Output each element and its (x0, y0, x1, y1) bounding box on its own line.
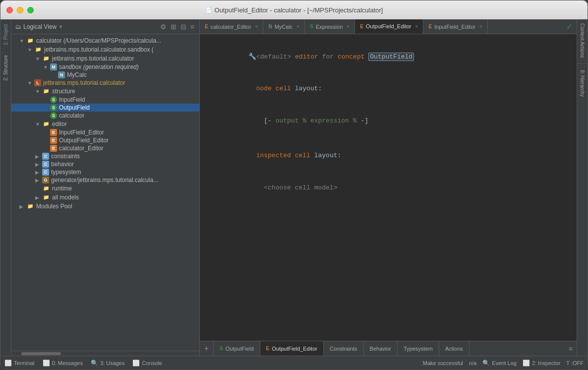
tab-close-btn[interactable]: × (296, 24, 299, 29)
editor-line-1: 🔧<default> editor for concept OutputFiel… (210, 42, 567, 71)
e-icon: E (360, 24, 363, 29)
status-inspector[interactable]: ⬜ 2: Inspector (523, 360, 560, 367)
editor-content[interactable]: 🔧<default> editor for concept OutputFiel… (200, 34, 577, 341)
title-bar: 📄 OutputField_Editor - calculator - [~/M… (0, 0, 588, 19)
tab-mycalc[interactable]: N MyCalc × (263, 19, 305, 34)
tab-expression[interactable]: S Expression × (305, 19, 355, 34)
usages-icon: 🔍 (91, 360, 98, 367)
sidebar-item-project[interactable]: 1: Project (1, 19, 10, 50)
tree-item-inputfield[interactable]: S InputField (11, 96, 199, 104)
bottom-tab-constraints[interactable]: Constraints (324, 341, 364, 356)
tree-item-jmtc-inner[interactable]: ▼ 📁 jetbrains.mps.tutorial.calculator (11, 54, 199, 63)
tree-item-modules-pool[interactable]: ▶ 📁 Modules Pool (11, 202, 199, 211)
tree-item-sandbox[interactable]: ▼ M sandbox (generation required) (11, 63, 199, 71)
e-icon: E (50, 129, 57, 136)
close-button[interactable] (6, 7, 13, 13)
bottom-tab-outputfield[interactable]: S OutputField (214, 341, 260, 356)
folder-icon: 📁 (42, 185, 50, 192)
panel-header: 🗂 Logical View ▼ ⚙ ⊞ ⊟ ≡ (11, 19, 199, 34)
c-icon: C (42, 153, 49, 160)
scrollbar-thumb[interactable] (21, 352, 61, 355)
status-usages[interactable]: 🔍 3: Usages (91, 360, 125, 367)
bottom-tab-behavior[interactable]: Behavior (364, 341, 398, 356)
editor-line-5: <choose cell model> (210, 173, 567, 202)
s-icon: S (50, 96, 57, 103)
tab-close-btn[interactable]: × (479, 24, 482, 29)
tab-inputfield-editor[interactable]: E InputField_Editor × (423, 19, 488, 34)
event-log-icon: 🔍 (482, 360, 490, 367)
tree-item-behavior[interactable]: ▶ C behavior (11, 160, 199, 168)
expand-btn[interactable]: ⊞ (170, 23, 177, 31)
collapse-btn[interactable]: ⊟ (179, 23, 187, 31)
position-status: n/a (469, 360, 476, 366)
status-terminal[interactable]: ⬜ Terminal (4, 360, 35, 367)
e-icon: E (205, 24, 208, 29)
tree-item-calculator-root[interactable]: ▼ 📁 calculator (/Users/Oscar/MPSProjects… (11, 36, 199, 45)
c-icon: C (42, 169, 49, 176)
m-icon: M (50, 63, 57, 70)
tree-item-all-models[interactable]: ▶ 📁 all models (11, 193, 199, 202)
tab-calculator-editor[interactable]: E calculator_Editor × (200, 19, 263, 34)
tree-item-mycalc[interactable]: N MyCalc (11, 71, 199, 79)
s-icon: S (50, 112, 57, 119)
tab-close-btn[interactable]: × (255, 24, 258, 29)
editor-line-3: [- output % expression % -] (210, 106, 567, 135)
traffic-lights (6, 7, 34, 13)
project-tree[interactable]: ▼ 📁 calculator (/Users/Oscar/MPSProjects… (11, 34, 199, 351)
tree-item-sandbox-module[interactable]: ▼ 📁 jetbrains.mps.tutorial.calculator.sa… (11, 45, 199, 54)
sidebar-item-context-actions[interactable]: Context Actions (578, 19, 587, 62)
s-icon: S (310, 24, 313, 29)
bottom-tab-actions[interactable]: Actions (439, 341, 470, 356)
folder-icon: 📁 (34, 46, 42, 54)
maximize-button[interactable] (27, 7, 34, 13)
tree-item-constraints[interactable]: ▶ C constraints (11, 152, 199, 160)
tab-close-btn[interactable]: × (347, 24, 350, 29)
tree-item-calculator[interactable]: S calculator (11, 112, 199, 120)
bottom-tab-typesystem[interactable]: Typesystem (398, 341, 439, 356)
divider (577, 63, 588, 64)
tree-item-calculator-editor[interactable]: E calculator_Editor (11, 144, 199, 152)
tab-bar: E calculator_Editor × N MyCalc × S Expre… (200, 19, 577, 34)
bottom-tab-outputfield-editor[interactable]: E OutputField_Editor (260, 341, 324, 356)
folder-icon: 📁 (42, 55, 50, 62)
sync-btn[interactable]: ⚙ (159, 23, 168, 31)
horizontal-scrollbar[interactable] (11, 351, 199, 356)
tree-item-typesystem[interactable]: ▶ C typesystem (11, 168, 199, 176)
status-event-log[interactable]: 🔍 Event Log (482, 360, 517, 367)
tab-outputfield-editor[interactable]: E OutputField_Editor × (355, 19, 423, 34)
bottom-tab-bar: + S OutputField E OutputField_Editor Con… (200, 341, 577, 356)
file-icon: 📄 (205, 7, 212, 13)
e-icon: E (50, 137, 57, 144)
project-panel: 🗂 Logical View ▼ ⚙ ⊞ ⊟ ≡ ▼ 📁 (11, 19, 200, 356)
tree-item-generator[interactable]: ▶ G generator/jetbrains.mps.tutorial.cal… (11, 176, 199, 184)
make-status: Make successful (423, 360, 463, 366)
n-icon: N (58, 71, 65, 78)
panel-title[interactable]: 🗂 Logical View ▼ (15, 23, 63, 30)
tree-item-outputfield-editor[interactable]: E OutputField_Editor (11, 136, 199, 144)
e-icon: E (428, 24, 432, 29)
tree-item-structure[interactable]: ▼ 📁 structure (11, 87, 199, 96)
status-messages[interactable]: ⬜ 0: Messages (43, 360, 83, 367)
sidebar-item-hierarchy[interactable]: 8: Hierarchy (578, 66, 587, 101)
sidebar-item-structure[interactable]: 2: Structure (1, 50, 10, 86)
tree-item-outputfield[interactable]: S OutputField (11, 104, 199, 112)
add-tab-btn[interactable]: + (200, 341, 214, 356)
minimize-button[interactable] (17, 7, 23, 13)
folder-icon: 📁 (42, 120, 50, 128)
tree-item-jmtc-main[interactable]: ▼ L jetbrains.mps.tutorial.calculator (11, 79, 199, 87)
s-icon: S (220, 346, 223, 351)
editor-line-4: inspected cell layout: (210, 141, 567, 171)
dropdown-icon: ▼ (59, 24, 63, 29)
status-console[interactable]: ⬜ Console (132, 360, 162, 367)
tree-item-runtime[interactable]: 📁 runtime (11, 184, 199, 193)
status-right: Make successful n/a 🔍 Event Log ⬜ 2: Ins… (423, 360, 584, 367)
n-icon: N (268, 24, 272, 29)
settings-btn[interactable]: ≡ (189, 23, 195, 31)
tree-item-editor[interactable]: ▼ 📁 editor (11, 120, 199, 128)
tab-close-btn[interactable]: × (415, 24, 418, 29)
messages-icon: ⬜ (43, 360, 50, 367)
tree-item-inputfield-editor[interactable]: E InputField_Editor (11, 128, 199, 136)
more-tabs-btn[interactable]: ≡ (565, 345, 577, 353)
panel-actions: ⚙ ⊞ ⊟ ≡ (159, 23, 195, 31)
folder-icon: 📁 (42, 193, 50, 201)
